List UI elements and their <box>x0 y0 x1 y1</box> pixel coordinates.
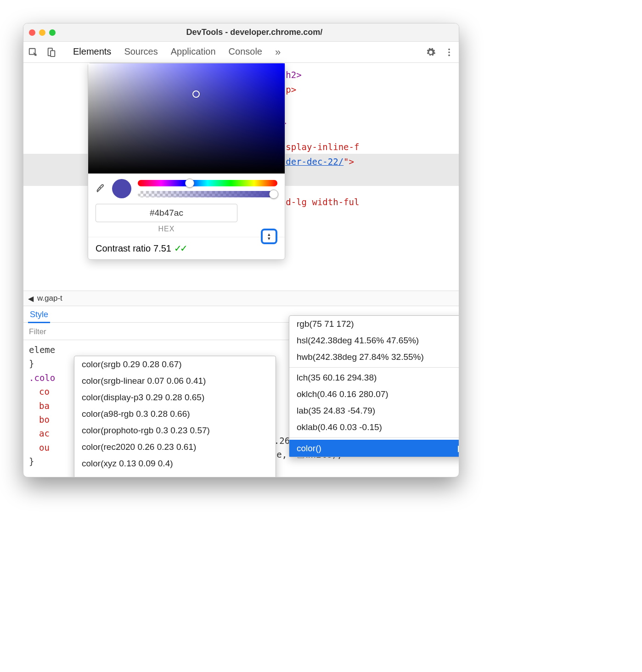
color-picker: HEX Contrast ratio 7.51 ✓✓ <box>88 63 285 260</box>
menu-item[interactable]: oklch(0.46 0.16 280.07) <box>289 386 459 403</box>
toolbar: Elements Sources Application Console » <box>23 42 459 63</box>
hue-thumb[interactable] <box>185 179 194 188</box>
eyedropper-icon[interactable] <box>96 184 106 194</box>
menu-item-selected[interactable]: color() ▶ <box>289 440 459 457</box>
tab-sources[interactable]: Sources <box>124 46 158 58</box>
css-text: } <box>29 358 34 369</box>
tab-console[interactable]: Console <box>229 46 262 58</box>
tab-elements[interactable]: Elements <box>73 46 111 58</box>
menu-item[interactable]: lch(35 60.16 294.38) <box>289 370 459 386</box>
hex-input[interactable] <box>96 204 237 222</box>
content-area: -h3-card"></h2> -caption"></p> </div> r-… <box>23 63 459 477</box>
format-label: HEX <box>96 225 237 233</box>
menu-item[interactable]: color(srgb-linear 0.07 0.06 0.41) <box>74 373 276 389</box>
menu-item[interactable]: hwb(242.38deg 27.84% 32.55%) <box>289 349 459 365</box>
menu-item[interactable]: color(rec2020 0.26 0.23 0.61) <box>74 439 276 455</box>
spectrum-cursor[interactable] <box>192 90 200 98</box>
tab-application[interactable]: Application <box>171 46 216 58</box>
menu-item[interactable]: color(display-p3 0.29 0.28 0.65) <box>74 389 276 406</box>
alpha-slider[interactable] <box>138 191 277 197</box>
svg-point-5 <box>448 54 450 56</box>
menu-item[interactable]: color(xyz 0.13 0.09 0.4) <box>74 455 276 472</box>
panel-tabs: Elements Sources Application Console » <box>73 46 417 58</box>
contrast-value: 7.51 <box>153 243 171 254</box>
kebab-icon[interactable] <box>444 47 454 57</box>
submenu-arrow-icon: ▶ <box>458 443 459 454</box>
contrast-label: Contrast ratio <box>96 243 151 254</box>
hue-slider[interactable] <box>138 180 277 186</box>
window-controls <box>29 29 56 36</box>
menu-item[interactable]: hsl(242.38deg 41.56% 47.65%) <box>289 332 459 349</box>
zoom-button[interactable] <box>49 29 56 36</box>
gear-icon[interactable] <box>426 47 436 57</box>
menu-item[interactable]: color(prophoto-rgb 0.3 0.23 0.57) <box>74 422 276 439</box>
menu-separator <box>289 437 459 438</box>
current-color-swatch <box>112 179 131 198</box>
alpha-thumb[interactable] <box>269 190 278 199</box>
crumb-back-icon[interactable]: ◀ <box>28 294 34 303</box>
breadcrumb[interactable]: ◀ w.gap-t <box>23 291 459 306</box>
devtools-window: DevTools - developer.chrome.com/ Element… <box>23 23 459 477</box>
format-switch-button[interactable] <box>261 229 277 244</box>
menu-item[interactable]: rgb(75 71 172) <box>289 316 459 332</box>
menu-separator <box>289 367 459 368</box>
window-title: DevTools - developer.chrome.com/ <box>56 28 453 37</box>
device-icon[interactable] <box>46 47 56 57</box>
css-text: } <box>29 456 34 466</box>
format-menu: rgb(75 71 172) hsl(242.38deg 41.56% 47.6… <box>289 315 459 457</box>
menu-item-label: color() <box>297 443 321 454</box>
check-icon: ✓✓ <box>174 243 186 254</box>
contrast-row[interactable]: Contrast ratio 7.51 ✓✓ <box>88 237 285 259</box>
tabs-overflow[interactable]: » <box>275 46 281 58</box>
svg-point-3 <box>448 48 450 50</box>
svg-point-4 <box>448 51 450 53</box>
color-function-submenu: color(srgb 0.29 0.28 0.67) color(srgb-li… <box>74 356 276 477</box>
menu-item[interactable]: color(srgb 0.29 0.28 0.67) <box>74 356 276 373</box>
spectrum-field[interactable] <box>88 63 285 174</box>
css-text: eleme <box>29 345 55 355</box>
menu-item[interactable]: lab(35 24.83 -54.79) <box>289 403 459 419</box>
menu-item[interactable]: color(a98-rgb 0.3 0.28 0.66) <box>74 406 276 422</box>
menu-item[interactable]: color(xyz-d50 0.11 0.09 0.3) <box>74 472 276 477</box>
minimize-button[interactable] <box>39 29 45 36</box>
crumb-item[interactable]: w.gap-t <box>37 294 62 303</box>
inspect-icon[interactable] <box>28 47 38 57</box>
svg-rect-2 <box>51 50 55 56</box>
menu-item[interactable]: oklab(0.46 0.03 -0.15) <box>289 419 459 436</box>
dom-text: "> <box>344 157 354 167</box>
titlebar: DevTools - developer.chrome.com/ <box>23 23 459 42</box>
close-button[interactable] <box>29 29 35 36</box>
tab-styles[interactable]: Style <box>28 307 50 323</box>
